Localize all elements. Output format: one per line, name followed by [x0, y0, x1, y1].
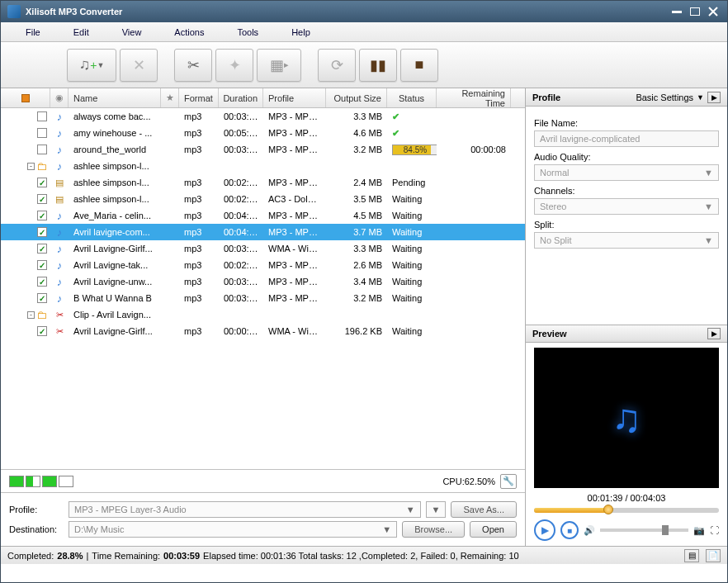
column-profile[interactable]: Profile: [263, 88, 326, 107]
add-file-button[interactable]: ♫+ ▼: [67, 49, 116, 82]
stop-button[interactable]: ■: [400, 49, 438, 82]
audio-quality-label: Audio Quality:: [534, 152, 719, 162]
column-remaining[interactable]: Remaining Time: [437, 88, 511, 107]
status-remaining-label: Time Remaining:: [92, 551, 160, 561]
profile-select[interactable]: MP3 - MPEG Layer-3 Audio▼: [69, 501, 421, 518]
pause-button[interactable]: ▮▮: [359, 49, 397, 82]
save-as-button[interactable]: Save As...: [451, 501, 517, 518]
table-row[interactable]: ♪Avril Lavigne-tak...mp300:02:50MP3 - MP…: [1, 257, 525, 273]
column-status[interactable]: Status: [387, 88, 437, 107]
row-checkbox[interactable]: [37, 194, 47, 204]
menu-view[interactable]: View: [114, 27, 167, 37]
menu-help[interactable]: Help: [283, 27, 335, 37]
audio-quality-select[interactable]: Normal▼: [534, 164, 719, 181]
row-checkbox[interactable]: [37, 128, 47, 138]
open-button[interactable]: Open: [470, 521, 517, 538]
delete-button[interactable]: ✕: [120, 49, 158, 82]
music-note-icon: ♫: [612, 396, 641, 441]
list-header: ◉ Name ★ Format Duration Profile Output …: [1, 88, 525, 108]
table-row[interactable]: ♪always come bac...mp300:03:33MP3 - MPEG…: [1, 108, 525, 125]
row-checkbox[interactable]: [37, 178, 47, 187]
filename-label: File Name:: [534, 118, 719, 128]
destination-label: Destination:: [9, 524, 64, 534]
table-row[interactable]: ▤ashlee simpson-l...mp300:02:34AC3 - Dol…: [1, 191, 525, 207]
row-checkbox[interactable]: [37, 211, 47, 220]
convert-button[interactable]: ⟳: [318, 49, 356, 82]
profile-label: Profile:: [9, 505, 64, 514]
menu-edit[interactable]: Edit: [65, 27, 114, 37]
table-row[interactable]: ♪Avril Lavigne-Girlf...mp300:03:36WMA - …: [1, 240, 525, 257]
status-remaining-value: 00:03:59: [163, 551, 200, 561]
progress-bar: 84.5%: [392, 145, 437, 155]
column-type-icon[interactable]: ◉: [50, 88, 69, 107]
row-checkbox[interactable]: [37, 277, 47, 287]
select-all-checkbox[interactable]: [21, 94, 30, 102]
stop-preview-button[interactable]: ■: [560, 521, 579, 539]
minimize-button[interactable]: [669, 6, 684, 17]
channels-label: Channels:: [534, 186, 719, 196]
snapshot-button[interactable]: 📷: [693, 525, 705, 536]
table-row[interactable]: ♪around_the_worldmp300:03:29MP3 - MPEG .…: [1, 141, 525, 158]
row-checkbox[interactable]: [37, 326, 47, 336]
column-output-size[interactable]: Output Size: [326, 88, 387, 107]
column-duration[interactable]: Duration: [219, 88, 263, 107]
row-checkbox[interactable]: [37, 293, 47, 303]
cpu-bars: [9, 476, 73, 487]
table-row[interactable]: ♪Ave_Maria - celin...mp300:04:55MP3 - MP…: [1, 207, 525, 224]
profile-settings-toggle[interactable]: Basic Settings: [636, 92, 693, 102]
fullscreen-button[interactable]: ⛶: [710, 525, 719, 535]
row-checkbox[interactable]: [37, 145, 47, 154]
preview-seek-slider[interactable]: [534, 508, 719, 513]
column-format[interactable]: Format: [179, 88, 219, 107]
browse-button[interactable]: Browse...: [402, 521, 465, 538]
menu-actions[interactable]: Actions: [166, 27, 229, 37]
maximize-button[interactable]: [688, 6, 702, 17]
effect-button[interactable]: ✦: [215, 49, 253, 82]
table-row[interactable]: ♪amy winehouse - ...mp300:05:00MP3 - MPE…: [1, 125, 525, 141]
profile-collapse-button[interactable]: ▶: [707, 92, 721, 103]
status-completed-label: Completed:: [7, 551, 54, 561]
file-list[interactable]: ♪always come bac...mp300:03:33MP3 - MPEG…: [1, 108, 525, 469]
bottom-form: Profile: MP3 - MPEG Layer-3 Audio▼ ▼ Sav…: [1, 492, 525, 546]
folder-icon: 🗀: [36, 309, 47, 321]
split-select[interactable]: No Split▼: [534, 232, 719, 249]
expand-toggle[interactable]: -: [27, 163, 35, 170]
column-star[interactable]: ★: [161, 88, 179, 107]
close-button[interactable]: [706, 6, 721, 17]
preview-collapse-button[interactable]: ▶: [707, 328, 721, 339]
expand-toggle[interactable]: -: [27, 311, 35, 319]
preview-time: 00:01:39 / 00:04:03: [534, 493, 719, 503]
status-report-button[interactable]: 📄: [706, 549, 721, 562]
play-button[interactable]: ▶: [534, 519, 555, 541]
table-row[interactable]: -🗀♪ashlee simpson-l...: [1, 158, 525, 174]
table-row[interactable]: ♪Avril lavigne-com...mp300:04:03MP3 - MP…: [1, 224, 525, 240]
row-checkbox[interactable]: [37, 260, 47, 270]
folder-icon: 🗀: [36, 160, 47, 173]
preview-body: ♫ 00:01:39 / 00:04:03 ▶ ■ 🔊 📷 ⛶: [526, 343, 727, 546]
status-list-button[interactable]: ▤: [684, 549, 699, 562]
cut-button[interactable]: ✂: [174, 49, 212, 82]
column-name[interactable]: Name: [69, 88, 161, 107]
table-row[interactable]: ▤ashlee simpson-l...mp300:02:34MP3 - MPE…: [1, 174, 525, 191]
filename-input[interactable]: [534, 130, 719, 147]
volume-icon[interactable]: 🔊: [584, 525, 595, 536]
menu-file[interactable]: File: [17, 27, 65, 37]
done-icon: ✔: [392, 128, 399, 138]
table-row[interactable]: ♪B What U Wanna Bmp300:03:32MP3 - MPEG .…: [1, 290, 525, 306]
table-row[interactable]: -🗀✂Clip - Avril Lavign...: [1, 306, 525, 323]
table-row[interactable]: ✂Avril Lavigne-Girlf...mp300:00:12WMA - …: [1, 323, 525, 339]
window-title: Xilisoft MP3 Converter: [26, 7, 666, 17]
cpu-settings-button[interactable]: 🔧: [500, 474, 517, 489]
table-row[interactable]: ♪Avril Lavigne-unw...mp300:03:41MP3 - MP…: [1, 273, 525, 290]
volume-slider[interactable]: [600, 528, 688, 532]
row-checkbox[interactable]: [37, 244, 47, 254]
row-checkbox[interactable]: [37, 227, 47, 237]
destination-select[interactable]: D:\My Music▼: [69, 521, 397, 538]
svg-rect-0: [672, 11, 682, 13]
channels-select[interactable]: Stereo▼: [534, 198, 719, 215]
crop-button[interactable]: ▦▸: [257, 49, 301, 82]
split-label: Split:: [534, 220, 719, 230]
profile-options-button[interactable]: ▼: [426, 501, 447, 518]
row-checkbox[interactable]: [37, 111, 47, 121]
menu-tools[interactable]: Tools: [229, 27, 283, 37]
